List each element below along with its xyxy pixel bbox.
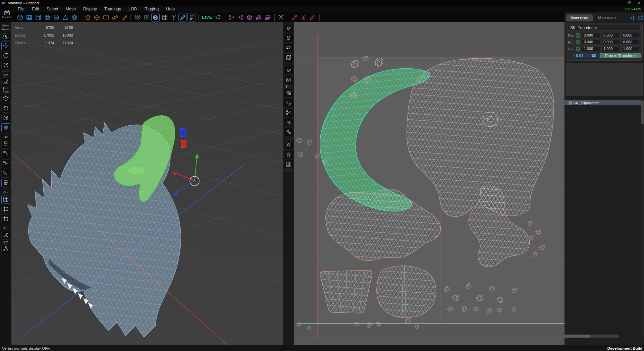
grid-display-button[interactable] [160, 13, 169, 21]
menu-edit[interactable]: Edit [28, 6, 43, 12]
normals-length-slider[interactable] [2, 87, 9, 89]
menu-topology[interactable]: Topology [101, 6, 125, 12]
3d-viewport[interactable] [11, 22, 283, 345]
grid-verts-button[interactable] [1, 205, 10, 214]
position-lock-toggle[interactable] [576, 33, 580, 38]
uv-planar-projection-button[interactable] [264, 13, 272, 21]
add-hemisphere-button[interactable] [52, 13, 60, 21]
annotate-pen-button[interactable] [178, 13, 187, 21]
uv-project-angle-button[interactable] [1, 159, 10, 168]
menu-lod[interactable]: LOD [125, 6, 141, 12]
snap-increment-button[interactable]: 0.01 [573, 53, 586, 58]
close-button[interactable] [634, 0, 644, 6]
uv-pivot-button[interactable] [1, 140, 10, 149]
uv-texture-view-button[interactable] [284, 76, 293, 84]
bevel-tool-button[interactable] [84, 13, 92, 21]
uv-relax-button[interactable] [284, 128, 293, 136]
uv-view-toggle-button[interactable]: UV [1, 179, 10, 187]
add-sphere-button[interactable] [43, 13, 51, 21]
maximize-button[interactable] [624, 0, 634, 6]
rotate-tool-button[interactable] [1, 51, 10, 60]
weight-paint-button[interactable] [309, 13, 317, 21]
bone-tool-button[interactable] [290, 13, 299, 21]
scale-y-field[interactable]: 1.000 [601, 46, 620, 51]
select-tool-button[interactable] [1, 32, 10, 41]
repair-tools-button[interactable] [277, 13, 285, 21]
uv-export-button[interactable] [227, 13, 236, 21]
edge-mode-button[interactable] [1, 104, 10, 113]
import-selection-button[interactable]: 1 [628, 14, 635, 21]
uv-rotate-island-button[interactable] [284, 118, 293, 127]
creature-mesh[interactable] [28, 116, 181, 337]
skeleton-display-button[interactable] [169, 13, 178, 21]
rotation-lock-toggle[interactable] [576, 40, 580, 44]
bones-display-button[interactable] [1, 244, 10, 253]
hierarchy-horizontal-scrollbar[interactable] [565, 335, 619, 338]
rotation-z-field[interactable]: 0.000 [621, 40, 640, 45]
uv-select-island-button[interactable] [284, 99, 293, 107]
uv-unfold-button[interactable] [284, 34, 293, 43]
box-tool-button[interactable] [93, 13, 101, 21]
texel-density-button[interactable]: 100 [637, 14, 644, 21]
scale-tool-button[interactable] [1, 61, 10, 70]
uv-cut-button[interactable] [284, 108, 293, 117]
rotation-y-field[interactable]: 0.000 [601, 40, 620, 45]
lasso-select-button[interactable] [214, 13, 222, 21]
hierarchy-item-sk-tripodonte[interactable]: SK_Tripodonte [565, 100, 641, 105]
uv-pack-selected-button[interactable] [284, 140, 293, 149]
freeze-transform-button[interactable]: Freeze Transform [600, 53, 641, 58]
scale-z-field[interactable]: 1.000 [621, 46, 640, 51]
gizmo-plane-xy[interactable] [181, 140, 186, 148]
position-z-field[interactable]: 0.000 [621, 33, 640, 38]
minimize-button[interactable] [614, 0, 624, 6]
menu-select[interactable]: Select [43, 6, 62, 12]
grid-edges-button[interactable] [1, 215, 10, 223]
face-mode-button[interactable] [1, 114, 10, 122]
delete-hidden-button[interactable] [142, 13, 151, 21]
uv-island-snout[interactable] [320, 270, 372, 313]
rotation-x-field[interactable]: 0.000 [582, 40, 600, 45]
uv-unwrap-button[interactable] [284, 24, 293, 33]
tab-inspector[interactable]: Inspector [566, 14, 593, 21]
menu-file[interactable]: File [14, 6, 28, 12]
move-tool-button[interactable] [1, 42, 10, 50]
move-gizmo[interactable] [172, 128, 199, 196]
scale-lock-toggle[interactable] [576, 47, 580, 51]
scale-x-field[interactable]: 1.000 [582, 46, 600, 51]
add-cone-button[interactable] [61, 13, 69, 21]
uv-atlas-button[interactable] [284, 160, 293, 169]
uv-pin-button[interactable] [284, 44, 293, 52]
bridge-tool-button[interactable] [111, 13, 119, 21]
add-cylinder-button[interactable] [34, 13, 42, 21]
visibility-button[interactable] [133, 13, 142, 21]
object-name-field[interactable]: SK_Tripodonte [568, 25, 641, 31]
add-icosphere-button[interactable] [70, 13, 78, 21]
knife-tool-button[interactable] [120, 13, 128, 21]
uv-shuffle-button[interactable] [284, 89, 293, 98]
character-tool-button[interactable] [300, 13, 308, 21]
uv-stack-shells-button[interactable] [284, 66, 293, 75]
add-plane-button[interactable] [25, 13, 33, 21]
wireframe-display-button[interactable] [151, 13, 160, 21]
uv-import-button[interactable] [236, 13, 245, 21]
menu-mesh[interactable]: Mesh [62, 6, 79, 12]
uv-project-side-button[interactable] [1, 169, 10, 178]
vertex-mode-button[interactable] [1, 94, 10, 103]
face-normals-button[interactable] [1, 231, 10, 240]
uv-cube-projection-button[interactable] [246, 13, 254, 21]
uv-curved-projection-button[interactable] [255, 13, 263, 21]
uv-pack-all-button[interactable] [284, 150, 293, 159]
live-mode-label[interactable]: LIVE [202, 15, 212, 20]
uv-island-body[interactable] [377, 266, 436, 318]
uv-layout-map-button[interactable] [284, 53, 293, 62]
hierarchy-vertical-scrollbar[interactable] [641, 100, 644, 337]
show-grid-button[interactable] [1, 195, 10, 204]
gizmo-plane-yz[interactable] [180, 128, 186, 137]
mirror-tool-button[interactable] [102, 13, 110, 21]
uv-viewport[interactable] [294, 22, 565, 345]
add-cube-button[interactable] [16, 13, 24, 21]
menu-display[interactable]: Display [79, 6, 101, 12]
position-y-field[interactable]: 0.000 [601, 33, 620, 38]
object-mode-button[interactable] [1, 123, 10, 132]
snap-large-button[interactable]: 100 [587, 53, 599, 58]
